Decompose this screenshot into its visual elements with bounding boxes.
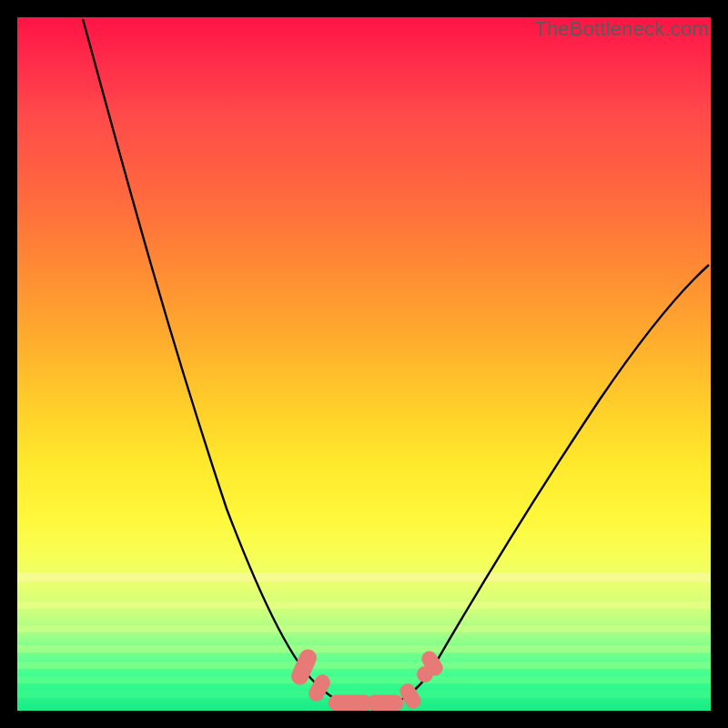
svg-rect-4 xyxy=(17,662,711,669)
svg-rect-1 xyxy=(17,602,711,609)
watermark-text: TheBottleneck.com xyxy=(534,17,709,41)
svg-rect-3 xyxy=(17,645,711,652)
svg-rect-2 xyxy=(17,625,711,632)
bottom-bands xyxy=(17,572,711,698)
chart-overlay xyxy=(17,17,711,711)
chart-plot-area xyxy=(17,17,711,711)
chart-frame: TheBottleneck.com xyxy=(0,0,728,728)
svg-rect-5 xyxy=(17,676,711,683)
svg-rect-0 xyxy=(17,572,711,581)
svg-rect-9 xyxy=(329,695,372,711)
svg-rect-10 xyxy=(367,695,403,711)
